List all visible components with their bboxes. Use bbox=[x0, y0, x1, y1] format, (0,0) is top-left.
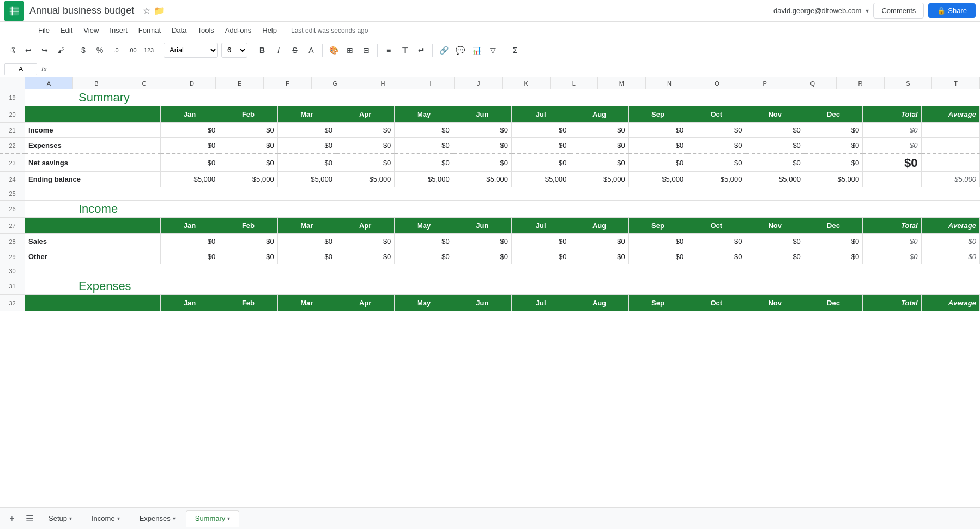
cell-20-jan[interactable]: Jan bbox=[161, 106, 219, 122]
user-dropdown-icon[interactable]: ▾ bbox=[866, 7, 869, 15]
cell-23-avg[interactable] bbox=[922, 153, 980, 171]
menu-insert[interactable]: Insert bbox=[104, 24, 133, 37]
cell-21-total[interactable]: $0 bbox=[863, 123, 921, 137]
cell-21-oct[interactable]: $0 bbox=[687, 123, 746, 137]
cell-32-jun[interactable]: Jun bbox=[453, 295, 512, 311]
wrap-button[interactable]: ↵ bbox=[414, 43, 429, 58]
cell-27-feb[interactable]: Feb bbox=[219, 218, 277, 233]
col-header-M[interactable]: M bbox=[598, 77, 646, 89]
cell-23-nov[interactable]: $0 bbox=[746, 153, 804, 171]
cell-27-total[interactable]: Total bbox=[863, 218, 921, 233]
cell-27-dec[interactable]: Dec bbox=[804, 218, 863, 233]
cell-21-jan[interactable]: $0 bbox=[161, 123, 219, 137]
cell-32-label[interactable] bbox=[25, 295, 161, 311]
cell-22-apr[interactable]: $0 bbox=[336, 138, 395, 153]
merge-cells-button[interactable]: ⊟ bbox=[359, 43, 374, 58]
cell-21-apr[interactable]: $0 bbox=[336, 123, 395, 137]
cell-30[interactable] bbox=[25, 264, 980, 278]
cell-26-A[interactable] bbox=[25, 201, 50, 217]
cell-27-average[interactable]: Average bbox=[922, 218, 980, 233]
col-header-L[interactable]: L bbox=[551, 77, 598, 89]
cell-28-nov[interactable]: $0 bbox=[746, 234, 804, 249]
cell-23-apr[interactable]: $0 bbox=[336, 153, 395, 171]
cell-24-aug[interactable]: $5,000 bbox=[570, 172, 628, 187]
cell-23-dec[interactable]: $0 bbox=[804, 153, 863, 171]
cell-28-dec[interactable]: $0 bbox=[804, 234, 863, 249]
percent-button[interactable]: % bbox=[92, 43, 107, 58]
cell-21-mar[interactable]: $0 bbox=[278, 123, 336, 137]
cell-21-sep[interactable]: $0 bbox=[629, 123, 687, 137]
menu-view[interactable]: View bbox=[78, 24, 104, 37]
cell-21-dec[interactable]: $0 bbox=[804, 123, 863, 137]
cell-22-nov[interactable]: $0 bbox=[746, 138, 804, 153]
cell-23-aug[interactable]: $0 bbox=[570, 153, 628, 171]
cell-32-dec[interactable]: Dec bbox=[804, 295, 863, 311]
cell-24-feb[interactable]: $5,000 bbox=[219, 172, 277, 187]
cell-27-jul[interactable]: Jul bbox=[512, 218, 570, 233]
cell-32-sep[interactable]: Sep bbox=[629, 295, 687, 311]
cell-29-jan[interactable]: $0 bbox=[161, 249, 219, 264]
cell-32-mar[interactable]: Mar bbox=[278, 295, 336, 311]
increase-decimals-button[interactable]: .00 bbox=[125, 43, 140, 58]
borders-button[interactable]: ⊞ bbox=[342, 43, 358, 58]
cell-29-aug[interactable]: $0 bbox=[570, 249, 628, 264]
cell-22-oct[interactable]: $0 bbox=[687, 138, 746, 153]
tab-income-dropdown[interactable]: ▾ bbox=[117, 515, 120, 519]
cell-23-jun[interactable]: $0 bbox=[453, 153, 512, 171]
cell-29-total[interactable]: $0 bbox=[863, 249, 921, 264]
col-header-H[interactable]: H bbox=[359, 77, 407, 89]
cell-22-jul[interactable]: $0 bbox=[512, 138, 570, 153]
cell-21-jun[interactable]: $0 bbox=[453, 123, 512, 137]
font-selector[interactable]: Arial bbox=[164, 43, 218, 58]
menu-file[interactable]: File bbox=[33, 24, 55, 37]
cell-22-sep[interactable]: $0 bbox=[629, 138, 687, 153]
cell-29-oct[interactable]: $0 bbox=[687, 249, 746, 264]
cell-20-feb[interactable]: Feb bbox=[219, 106, 277, 122]
cell-31-B[interactable] bbox=[50, 278, 75, 294]
col-header-O[interactable]: O bbox=[693, 77, 741, 89]
functions-button[interactable]: Σ bbox=[507, 43, 523, 58]
bold-button[interactable]: B bbox=[255, 43, 270, 58]
col-header-N[interactable]: N bbox=[646, 77, 694, 89]
cell-29-may[interactable]: $0 bbox=[395, 249, 453, 264]
cell-24-jun[interactable]: $5,000 bbox=[453, 172, 512, 187]
undo-button[interactable]: ↩ bbox=[21, 43, 36, 58]
tab-setup[interactable]: Setup ▾ bbox=[39, 510, 81, 520]
cell-29-mar[interactable]: $0 bbox=[278, 249, 336, 264]
cell-29-dec[interactable]: $0 bbox=[804, 249, 863, 264]
currency-button[interactable]: $ bbox=[76, 43, 91, 58]
decrease-decimals-button[interactable]: .0 bbox=[108, 43, 124, 58]
cell-22-dec[interactable]: $0 bbox=[804, 138, 863, 153]
cell-24-oct[interactable]: $5,000 bbox=[687, 172, 746, 187]
cell-27-aug[interactable]: Aug bbox=[570, 218, 628, 233]
star-icon[interactable]: ☆ bbox=[143, 5, 150, 16]
tab-summary-dropdown[interactable]: ▾ bbox=[227, 515, 230, 519]
cell-29-feb[interactable]: $0 bbox=[219, 249, 277, 264]
link-button[interactable]: 🔗 bbox=[436, 43, 451, 58]
cell-27-may[interactable]: May bbox=[395, 218, 453, 233]
add-sheet-button[interactable]: + bbox=[4, 511, 20, 520]
tab-setup-dropdown[interactable]: ▾ bbox=[69, 515, 72, 519]
chart-button[interactable]: 📊 bbox=[469, 43, 484, 58]
cell-28-label[interactable]: Sales bbox=[25, 234, 161, 249]
cell-21-jul[interactable]: $0 bbox=[512, 123, 570, 137]
cell-32-feb[interactable]: Feb bbox=[219, 295, 277, 311]
cell-21-nov[interactable]: $0 bbox=[746, 123, 804, 137]
cell-24-mar[interactable]: $5,000 bbox=[278, 172, 336, 187]
cell-28-may[interactable]: $0 bbox=[395, 234, 453, 249]
cell-28-jun[interactable]: $0 bbox=[453, 234, 512, 249]
cell-32-apr[interactable]: Apr bbox=[336, 295, 395, 311]
cell-20-mar[interactable]: Mar bbox=[278, 106, 336, 122]
cell-27-oct[interactable]: Oct bbox=[687, 218, 746, 233]
cell-27-apr[interactable]: Apr bbox=[336, 218, 395, 233]
cell-32-average[interactable]: Average bbox=[922, 295, 980, 311]
cell-23-oct[interactable]: $0 bbox=[687, 153, 746, 171]
cell-29-apr[interactable]: $0 bbox=[336, 249, 395, 264]
cell-27-sep[interactable]: Sep bbox=[629, 218, 687, 233]
cell-29-jul[interactable]: $0 bbox=[512, 249, 570, 264]
cell-22-jun[interactable]: $0 bbox=[453, 138, 512, 153]
cell-29-label[interactable]: Other bbox=[25, 249, 161, 264]
cell-28-avg[interactable]: $0 bbox=[922, 234, 980, 249]
cell-21-feb[interactable]: $0 bbox=[219, 123, 277, 137]
cell-21-label[interactable]: Income bbox=[25, 123, 161, 137]
